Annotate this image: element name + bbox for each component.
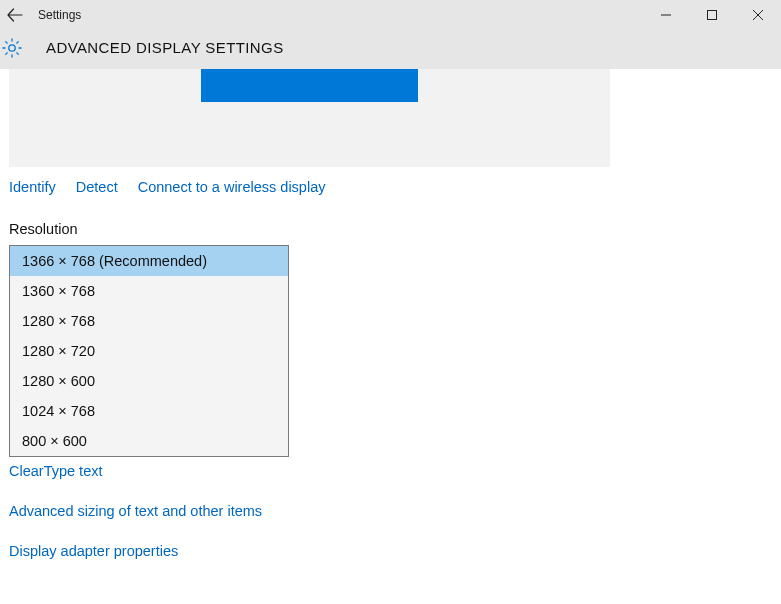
display-adapter-link[interactable]: Display adapter properties: [9, 543, 781, 559]
cleartype-text-link[interactable]: ClearType text: [9, 463, 781, 479]
display-monitor-1[interactable]: [201, 69, 418, 102]
back-arrow-icon: [7, 7, 23, 23]
identify-link[interactable]: Identify: [9, 179, 56, 195]
resolution-option[interactable]: 1280 × 768: [10, 306, 288, 336]
related-settings-links: ClearType text Advanced sizing of text a…: [9, 463, 781, 559]
gear-icon: [0, 36, 24, 60]
close-icon: [753, 10, 763, 20]
page-header: ADVANCED DISPLAY SETTINGS: [0, 30, 781, 69]
titlebar: Settings: [0, 0, 781, 30]
detect-link[interactable]: Detect: [76, 179, 118, 195]
back-button[interactable]: [6, 6, 24, 24]
resolution-option[interactable]: 800 × 600: [10, 426, 288, 456]
window-title: Settings: [38, 8, 81, 22]
minimize-button[interactable]: [643, 0, 689, 30]
content-area: Identify Detect Connect to a wireless di…: [0, 69, 781, 559]
svg-point-4: [9, 44, 15, 50]
display-action-links: Identify Detect Connect to a wireless di…: [9, 179, 781, 195]
minimize-icon: [661, 10, 671, 20]
resolution-label: Resolution: [9, 221, 781, 237]
window-controls: [643, 0, 781, 30]
resolution-option[interactable]: 1280 × 600: [10, 366, 288, 396]
page-title: ADVANCED DISPLAY SETTINGS: [46, 39, 284, 56]
settings-gear: [0, 36, 24, 60]
resolution-option[interactable]: 1360 × 768: [10, 276, 288, 306]
close-button[interactable]: [735, 0, 781, 30]
maximize-icon: [707, 10, 717, 20]
display-preview-area: [9, 69, 610, 167]
svg-rect-1: [708, 11, 717, 20]
resolution-option[interactable]: 1280 × 720: [10, 336, 288, 366]
titlebar-left: Settings: [0, 6, 81, 24]
advanced-sizing-link[interactable]: Advanced sizing of text and other items: [9, 503, 781, 519]
resolution-option[interactable]: 1024 × 768: [10, 396, 288, 426]
resolution-option[interactable]: 1366 × 768 (Recommended): [10, 246, 288, 276]
resolution-dropdown[interactable]: 1366 × 768 (Recommended)1360 × 7681280 ×…: [9, 245, 289, 457]
wireless-display-link[interactable]: Connect to a wireless display: [138, 179, 326, 195]
maximize-button[interactable]: [689, 0, 735, 30]
